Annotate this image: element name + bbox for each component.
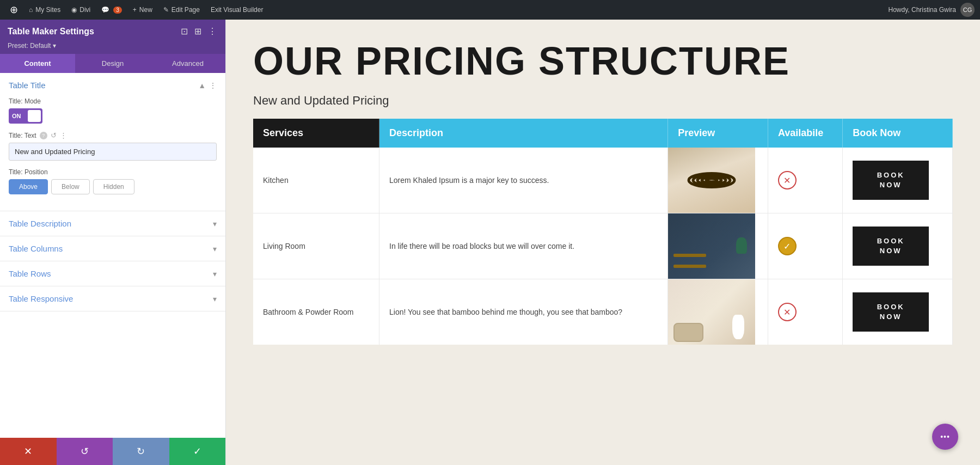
section-table-rows-header[interactable]: Table Rows ▾ — [0, 261, 225, 286]
edit-page-button[interactable]: ✎ Edit Page — [159, 0, 204, 20]
title-mode-toggle[interactable]: ON — [9, 108, 217, 124]
redo-icon: ↻ — [137, 445, 145, 457]
book-now-button[interactable]: BOOK NOW — [853, 161, 929, 200]
section-table-rows-label: Table Rows — [9, 269, 213, 278]
section-table-title-label: Table Title — [9, 81, 198, 90]
divi-icon: ◉ — [71, 6, 77, 14]
panel-scroll-area: Table Title ▲ ⋮ Title: Mode ON — [0, 73, 225, 438]
table-header-row: Services Description Preview Availabile … — [253, 119, 953, 148]
undo-icon: ↺ — [81, 445, 89, 457]
book-now-button[interactable]: BOOK NOW — [853, 292, 929, 332]
toggle-switch[interactable]: ON — [9, 108, 42, 124]
check-yes-icon: ✓ — [778, 237, 797, 255]
divi-button[interactable]: ◉ Divi — [67, 0, 95, 20]
cell-service: Living Room — [253, 213, 379, 279]
cell-book-now: BOOK NOW — [843, 213, 953, 279]
admin-bar: ⊕ ⌂ My Sites ◉ Divi 💬 3 + New ✎ Edit Pag… — [0, 0, 980, 20]
admin-user-info: Howdy, Christina Gwira CG — [889, 3, 975, 17]
comments-button[interactable]: 💬 3 — [97, 0, 126, 20]
svg-point-0 — [706, 179, 717, 182]
section-chevron-icon: ▾ — [213, 270, 217, 278]
cell-description: Lorem Khaled Ipsum is a major key to suc… — [379, 148, 668, 213]
position-hidden-button[interactable]: Hidden — [93, 179, 134, 194]
book-now-button[interactable]: BOOK NOW — [853, 227, 929, 266]
preset-text: Preset: Default — [8, 42, 51, 50]
my-sites-label: My Sites — [35, 6, 60, 14]
comments-icon: 💬 — [101, 6, 109, 14]
section-table-title-body: Title: Mode ON Title: Text — [0, 97, 225, 211]
table-row: Bathroom & Powder RoomLion! You see that… — [253, 279, 953, 345]
undo-button[interactable]: ↺ — [57, 438, 113, 465]
settings-panel: Table Maker Settings ⊡ ⊞ ⋮ Preset: Defau… — [0, 20, 226, 465]
section-table-rows: Table Rows ▾ — [0, 261, 225, 286]
panel-header: Table Maker Settings ⊡ ⊞ ⋮ — [0, 20, 225, 42]
exit-builder-label: Exit Visual Builder — [211, 6, 264, 14]
check-no-icon: ✕ — [778, 171, 797, 189]
section-table-description-header[interactable]: Table Description ▾ — [0, 211, 225, 236]
redo-button[interactable]: ↻ — [113, 438, 169, 465]
tab-content[interactable]: Content — [0, 54, 75, 73]
pricing-table: Services Description Preview Availabile … — [253, 119, 953, 345]
section-menu-icon[interactable]: ⋮ — [209, 81, 217, 90]
tab-design[interactable]: Design — [75, 54, 150, 73]
section-table-columns: Table Columns ▾ — [0, 236, 225, 261]
cell-description: Lion! You see that bamboo behind me thou… — [379, 279, 668, 345]
more-options-icon[interactable]: ⋮ — [60, 131, 67, 139]
comments-count-badge: 3 — [113, 7, 122, 14]
panel-menu-button[interactable]: ⋮ — [207, 25, 218, 38]
position-below-button[interactable]: Below — [51, 179, 90, 194]
cell-service: Kitchen — [253, 148, 379, 213]
section-table-responsive-header[interactable]: Table Responsive ▾ — [0, 286, 225, 311]
section-table-description: Table Description ▾ — [0, 211, 225, 236]
expand-panel-button[interactable]: ⊞ — [193, 25, 203, 38]
minimize-panel-button[interactable]: ⊡ — [180, 25, 189, 38]
avatar[interactable]: CG — [960, 3, 975, 17]
help-icon[interactable]: ? — [40, 132, 47, 139]
preview-image-kitchen — [668, 148, 755, 213]
title-mode-row: Title: Mode ON — [9, 97, 217, 124]
check-no-icon: ✕ — [778, 303, 797, 321]
edit-page-label: Edit Page — [171, 6, 200, 14]
table-row: KitchenLorem Khaled Ipsum is a major key… — [253, 148, 953, 213]
col-header-description: Description — [379, 119, 668, 148]
cancel-button[interactable]: ✕ — [0, 438, 57, 465]
wp-logo-button[interactable]: ⊕ — [5, 0, 22, 20]
divi-fab-button[interactable]: ••• — [932, 424, 958, 450]
position-above-button[interactable]: Above — [9, 179, 48, 194]
settings-tabs: Content Design Advanced — [0, 54, 225, 73]
title-position-label: Title: Position — [9, 168, 217, 176]
title-mode-label: Title: Mode — [9, 97, 217, 105]
cell-available: ✕ — [768, 148, 842, 213]
my-sites-button[interactable]: ⌂ My Sites — [24, 0, 65, 20]
col-header-services: Services — [253, 119, 379, 148]
title-position-row: Title: Position Above Below Hidden — [9, 168, 217, 194]
reset-icon[interactable]: ↺ — [51, 131, 57, 139]
cell-preview — [668, 279, 768, 345]
preview-image-bathroom — [668, 279, 755, 345]
tab-advanced[interactable]: Advanced — [150, 54, 225, 73]
section-table-description-label: Table Description — [9, 219, 213, 228]
section-table-title-header[interactable]: Table Title ▲ ⋮ — [0, 73, 225, 97]
pencil-icon: ✎ — [163, 6, 169, 14]
section-chevron-icon: ▲ — [198, 81, 206, 90]
new-button[interactable]: + New — [128, 0, 157, 20]
table-body: KitchenLorem Khaled Ipsum is a major key… — [253, 148, 953, 345]
page-heading: OUR PRICING STRUCTURE — [253, 41, 953, 81]
col-header-available: Availabile — [768, 119, 842, 148]
panel-title: Table Maker Settings — [8, 27, 175, 36]
confirm-button[interactable]: ✓ — [169, 438, 226, 465]
table-row: Living RoomIn life there will be road bl… — [253, 213, 953, 279]
section-chevron-icon: ▾ — [213, 219, 217, 228]
preset-label[interactable]: Preset: Default ▾ — [0, 42, 225, 54]
title-text-row: Title: Text ? ↺ ⋮ — [9, 131, 217, 161]
exit-builder-button[interactable]: Exit Visual Builder — [206, 0, 268, 20]
section-table-columns-header[interactable]: Table Columns ▾ — [0, 236, 225, 261]
cell-available: ✓ — [768, 213, 842, 279]
preview-image-living — [668, 213, 755, 279]
content-area: OUR PRICING STRUCTURE New and Updated Pr… — [226, 20, 980, 465]
section-table-title: Table Title ▲ ⋮ Title: Mode ON — [0, 73, 225, 211]
title-text-input[interactable] — [9, 143, 217, 161]
toggle-label: ON — [12, 113, 21, 119]
cell-book-now: BOOK NOW — [843, 279, 953, 345]
section-chevron-icon: ▾ — [213, 244, 217, 253]
